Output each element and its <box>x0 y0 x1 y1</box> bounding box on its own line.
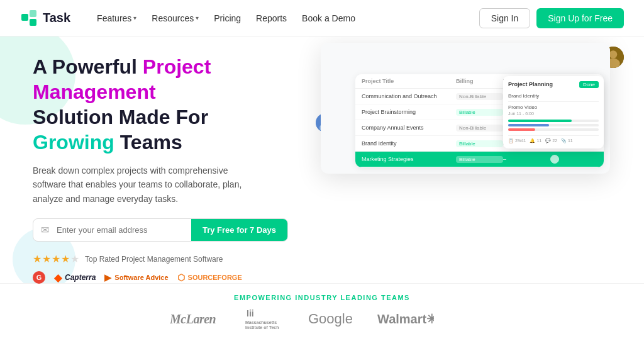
nav-resources[interactable]: Resources ▾ <box>145 9 205 27</box>
nav-book-demo[interactable]: Book a Demo <box>296 9 362 27</box>
chevron-down-icon: ▾ <box>133 14 136 21</box>
software-advice-icon: ▶ <box>104 272 111 282</box>
signin-button[interactable]: Sign In <box>479 8 531 28</box>
email-signup-bar: ✉ Try Free for 7 Days <box>33 218 288 242</box>
nav-reports[interactable]: Reports <box>250 9 293 27</box>
badge-software-advice: ▶ Software Advice <box>104 272 168 282</box>
status-badge: Billable <box>456 109 503 116</box>
email-input[interactable] <box>57 219 191 241</box>
main-content: A Powerful Project Management Solution M… <box>0 36 644 341</box>
badge-capterra: ◆ Capterra <box>54 272 96 284</box>
progress-bar <box>508 128 599 131</box>
chevron-down-icon: ▾ <box>196 14 199 21</box>
nav-actions: Sign In Sign Up for Free <box>479 8 624 28</box>
popup-item-brand: Brand Identity <box>508 91 599 102</box>
popup-header: Project Planning Done <box>508 81 599 88</box>
badge-g2: G <box>33 271 45 284</box>
nav-pricing[interactable]: Pricing <box>208 9 247 27</box>
svg-rect-1 <box>30 10 36 17</box>
svg-rect-0 <box>21 14 28 21</box>
status-badge: Billable <box>456 140 503 147</box>
popup-meta: 📋 29/41 🔔 11 💬 22 📎 11 <box>508 138 599 143</box>
partner-badges: G ◆ Capterra ▶ Software Advice ⬡ SOURCEF… <box>33 271 288 284</box>
star-rating: ★★★★★ <box>33 253 80 265</box>
resource-avatars <box>550 155 597 164</box>
nav-links: Features ▾ Resources ▾ Pricing Reports B… <box>91 9 479 27</box>
status-badge: Non-Billable <box>456 125 503 131</box>
g2-icon: G <box>33 271 45 284</box>
logo-icon <box>20 9 39 28</box>
rating-row: ★★★★★ Top Rated Project Management Softw… <box>33 253 288 265</box>
popup-item-promo: Promo Video Jun 11 - 6:00 <box>508 102 599 136</box>
progress-fill <box>508 120 572 122</box>
table-row-active[interactable]: Marketing Strategies Billable – <box>355 152 604 167</box>
svg-rect-2 <box>30 19 36 26</box>
signup-button[interactable]: Sign Up for Free <box>536 8 624 28</box>
badge-sourceforge: ⬡ SOURCEFORGE <box>177 272 242 282</box>
right-section: Project Title Billing Tasks Resources Co… <box>308 36 644 341</box>
logo-text: Task <box>43 11 70 25</box>
avatar-dot <box>550 155 559 164</box>
progress-bar <box>508 124 599 126</box>
capterra-label: Capterra <box>65 273 96 282</box>
logo[interactable]: Task <box>20 9 70 28</box>
hero-description: Break down complex projects with compreh… <box>33 164 259 206</box>
status-badge: Non-Billable <box>456 93 503 100</box>
rating-label: Top Rated Project Management Software <box>85 255 223 264</box>
hero-title: A Powerful Project Management Solution M… <box>33 54 288 155</box>
sourceforge-label: SOURCEFORGE <box>188 274 242 281</box>
navbar: Task Features ▾ Resources ▾ Pricing Repo… <box>0 0 644 36</box>
status-badge: Billable <box>456 156 503 163</box>
email-icon: ✉ <box>33 224 57 236</box>
sourceforge-icon: ⬡ <box>177 272 185 282</box>
left-section: A Powerful Project Management Solution M… <box>0 36 308 341</box>
svg-point-4 <box>609 50 618 59</box>
progress-bar <box>508 120 599 122</box>
nav-features[interactable]: Features ▾ <box>91 9 143 27</box>
progress-fill <box>508 128 535 131</box>
progress-fill <box>508 124 549 126</box>
capterra-icon: ◆ <box>54 272 62 284</box>
software-advice-label: Software Advice <box>114 274 168 281</box>
popup-card: Project Planning Done Brand Identity Pro… <box>503 76 604 148</box>
app-mockup: Project Title Billing Tasks Resources Co… <box>321 43 610 174</box>
trial-button[interactable]: Try Free for 7 Days <box>191 219 287 241</box>
progress-bars <box>508 120 599 131</box>
